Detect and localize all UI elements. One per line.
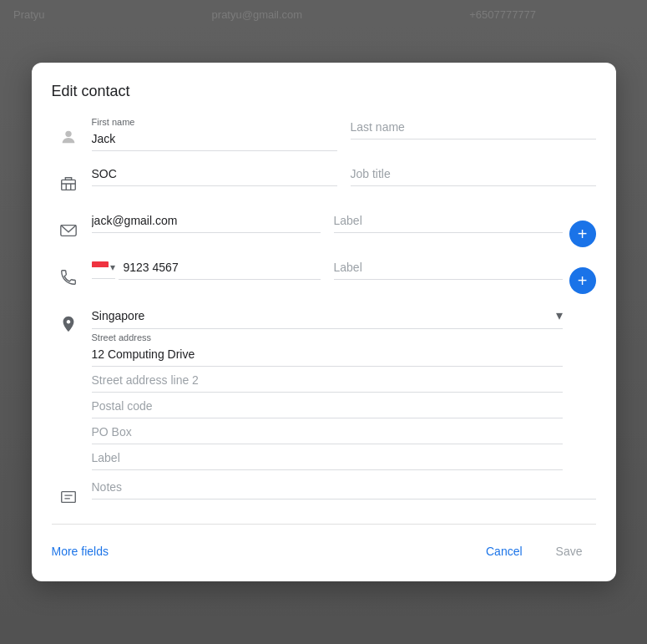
- notes-icon-wrap: [52, 477, 85, 517]
- company-input[interactable]: [92, 164, 337, 186]
- email-label-input[interactable]: [334, 210, 563, 233]
- email-fields: [92, 210, 563, 233]
- save-button[interactable]: Save: [543, 538, 596, 565]
- dialog-title: Edit contact: [32, 83, 616, 117]
- person-icon: [59, 128, 78, 146]
- street-address-2-field: [92, 370, 563, 393]
- postal-code-field: [92, 396, 563, 418]
- street-address-2-input[interactable]: [92, 370, 563, 393]
- svg-rect-7: [61, 492, 75, 503]
- phone-field: ▾: [92, 257, 321, 280]
- first-name-label: First name: [92, 117, 337, 127]
- company-icon-wrap: [52, 164, 85, 204]
- first-name-input[interactable]: [92, 129, 337, 151]
- notes-field: [92, 477, 596, 499]
- phone-icon-wrap: [52, 257, 85, 297]
- street-address-input[interactable]: [92, 344, 563, 367]
- email-input[interactable]: [92, 210, 321, 233]
- last-name-input[interactable]: [351, 117, 596, 139]
- singapore-flag: [92, 261, 109, 273]
- company-icon: [59, 175, 78, 193]
- email-icon: [59, 221, 78, 240]
- postal-code-input[interactable]: [92, 396, 563, 418]
- notes-icon: [59, 488, 78, 506]
- country-field: Singapore Malaysia United States ▾: [92, 304, 563, 329]
- po-box-field: [92, 422, 563, 444]
- notes-row: [52, 477, 596, 517]
- phone-input-wrap: [119, 257, 321, 280]
- avatar-icon: [52, 117, 85, 157]
- svg-rect-2: [65, 178, 71, 180]
- location-icon-wrap: [52, 304, 85, 344]
- country-chevron-icon: ▾: [556, 307, 563, 323]
- add-email-button[interactable]: +: [569, 221, 596, 247]
- phone-label-field: [334, 257, 563, 280]
- footer-actions: Cancel Save: [473, 538, 596, 565]
- company-fields: [92, 164, 596, 186]
- location-icon: [59, 315, 78, 333]
- more-fields-button[interactable]: More fields: [52, 545, 109, 558]
- phone-icon: [59, 268, 78, 287]
- svg-rect-1: [61, 180, 75, 190]
- job-title-input[interactable]: [351, 164, 596, 186]
- job-title-field: [351, 164, 596, 186]
- country-select[interactable]: Singapore Malaysia United States: [92, 309, 556, 322]
- phone-input[interactable]: [119, 257, 321, 280]
- name-fields: First name: [92, 117, 596, 151]
- flag-chevron-icon: ▾: [110, 261, 115, 273]
- add-phone-button[interactable]: +: [569, 267, 596, 294]
- address-row: Singapore Malaysia United States ▾ Stree…: [52, 304, 596, 470]
- phone-fields: ▾: [92, 257, 563, 280]
- cancel-button[interactable]: Cancel: [473, 538, 536, 565]
- country-code-selector[interactable]: ▾: [92, 258, 115, 279]
- phone-number-row: ▾: [92, 257, 321, 280]
- svg-point-0: [65, 131, 71, 137]
- address-section: Singapore Malaysia United States ▾ Stree…: [92, 304, 563, 470]
- address-label-field: [92, 448, 563, 470]
- email-field: [92, 210, 321, 233]
- edit-contact-dialog: Edit contact First name: [32, 63, 616, 581]
- email-label-field: [334, 210, 563, 233]
- email-icon-wrap: [52, 210, 85, 251]
- address-label-input[interactable]: [92, 448, 563, 470]
- phone-row: ▾ +: [52, 257, 596, 297]
- po-box-input[interactable]: [92, 422, 563, 444]
- company-field: [92, 164, 337, 186]
- street-address-label: Street address: [92, 332, 563, 342]
- email-row: +: [52, 210, 596, 251]
- name-row: First name: [52, 117, 596, 157]
- dialog-footer: More fields Cancel Save: [32, 525, 616, 581]
- notes-input[interactable]: [92, 477, 596, 499]
- street-address-field: Street address: [92, 332, 563, 367]
- phone-label-input[interactable]: [334, 257, 563, 280]
- company-row: [52, 164, 596, 204]
- first-name-field: First name: [92, 117, 337, 151]
- last-name-field: [351, 117, 596, 151]
